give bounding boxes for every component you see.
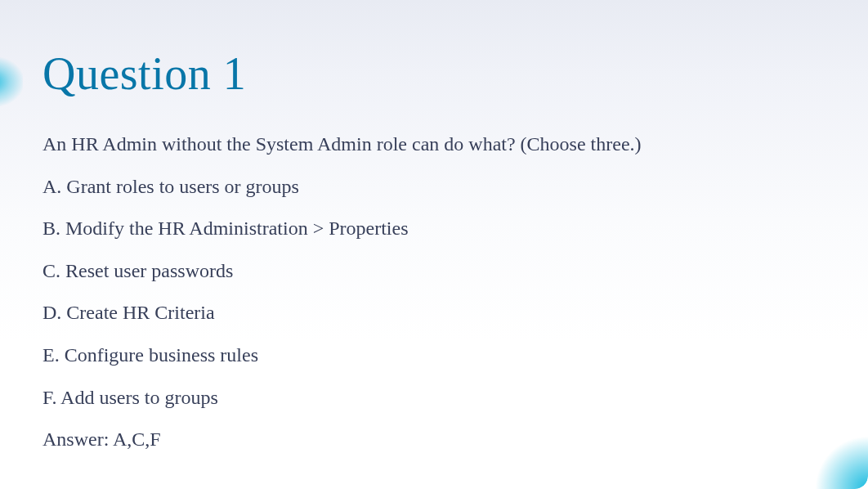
option-e: E. Configure business rules [43, 342, 825, 370]
option-a: A. Grant roles to users or groups [43, 173, 825, 201]
option-c: C. Reset user passwords [43, 258, 825, 285]
option-d: D. Create HR Criteria [43, 299, 825, 327]
option-b: B. Modify the HR Administration > Proper… [43, 215, 825, 243]
question-text: An HR Admin without the System Admin rol… [43, 131, 825, 159]
question-title: Question 1 [43, 47, 825, 100]
decorative-left-accent [0, 57, 23, 106]
answer-text: Answer: A,C,F [43, 426, 825, 454]
option-f: F. Add users to groups [43, 384, 825, 412]
